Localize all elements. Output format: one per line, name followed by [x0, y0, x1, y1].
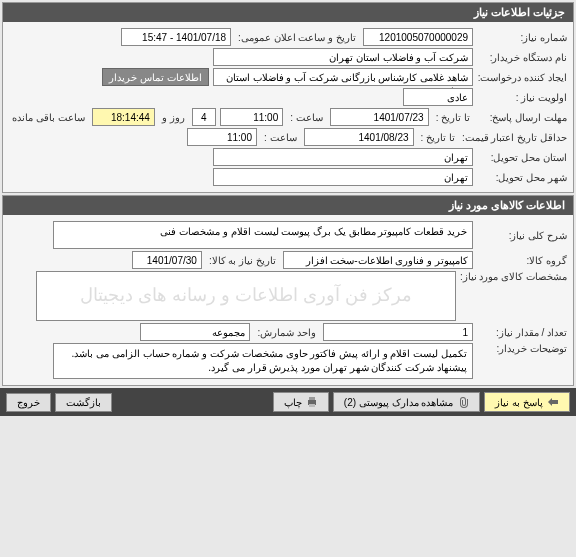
announce-field: 1401/07/18 - 15:47	[121, 28, 231, 46]
group-label: گروه کالا:	[477, 255, 567, 266]
reply-label: پاسخ به نیاز	[495, 397, 543, 408]
panel2-header: اطلاعات کالاهای مورد نیاز	[3, 196, 573, 215]
time-label-2: ساعت :	[261, 132, 300, 143]
unit-field: مجموعه	[140, 323, 250, 341]
spec-label: مشخصات کالای مورد نیاز:	[460, 271, 567, 282]
exit-button[interactable]: خروج	[6, 393, 51, 412]
svg-rect-1	[309, 397, 315, 400]
requester-label: ایجاد کننده درخواست:	[477, 72, 567, 83]
reqnum-field: 1201005070000029	[363, 28, 473, 46]
spec-field: مرکز فن آوری اطلاعات و رسانه های دیجیتال	[36, 271, 456, 321]
days-field: 4	[192, 108, 216, 126]
back-button[interactable]: بازگشت	[55, 393, 112, 412]
notes-label: توضیحات خریدار:	[477, 343, 567, 354]
minvalid-date-field: 1401/08/23	[304, 128, 414, 146]
unit-label: واحد شمارش:	[254, 327, 319, 338]
attachments-label: مشاهده مدارک پیوستی (2)	[344, 397, 454, 408]
print-icon	[306, 396, 318, 408]
svg-rect-2	[309, 404, 315, 407]
province-field: تهران	[213, 148, 473, 166]
need-date-label: تاریخ نیاز به کالا:	[206, 255, 279, 266]
need-date-field: 1401/07/30	[132, 251, 202, 269]
panel1-body: شماره نیاز: 1201005070000029 تاریخ و ساع…	[3, 22, 573, 192]
attachments-button[interactable]: مشاهده مدارک پیوستی (2)	[333, 392, 481, 412]
buyer-field: شرکت آب و فاضلاب استان تهران	[213, 48, 473, 66]
reply-button[interactable]: پاسخ به نیاز	[484, 392, 570, 412]
remaining-label: ساعت باقی مانده	[9, 112, 88, 123]
notes-field: تکمیل لیست اقلام و ارائه پیش فاکتور حاوی…	[53, 343, 473, 379]
deadline-label: مهلت ارسال پاسخ:	[477, 112, 567, 123]
to-date-label-1: تا تاریخ :	[433, 112, 473, 123]
goods-info-panel: اطلاعات کالاهای مورد نیاز شرح کلی نیاز: …	[2, 195, 574, 386]
days-label: روز و	[159, 112, 188, 123]
deadline-time-field: 11:00	[220, 108, 283, 126]
city-label: شهر محل تحویل:	[477, 172, 567, 183]
province-label: استان محل تحویل:	[477, 152, 567, 163]
print-label: چاپ	[284, 397, 302, 408]
priority-label: اولویت نیاز :	[477, 92, 567, 103]
watermark-text: مرکز فن آوری اطلاعات و رسانه های دیجیتال	[37, 272, 455, 318]
panel1-header: جزئیات اطلاعات نیاز	[3, 3, 573, 22]
minvalid-label: حداقل تاریخ اعتبار قیمت:	[462, 132, 567, 143]
deadline-date-field: 1401/07/23	[330, 108, 429, 126]
qty-label: تعداد / مقدار نیاز:	[477, 327, 567, 338]
reply-icon	[547, 396, 559, 408]
qty-field: 1	[323, 323, 473, 341]
reqnum-label: شماره نیاز:	[477, 32, 567, 43]
buyer-label: نام دستگاه خریدار:	[477, 52, 567, 63]
minvalid-time-field: 11:00	[187, 128, 257, 146]
to-date-label-2: تا تاریخ :	[418, 132, 458, 143]
desc-field: خرید قطعات کامپیوتر مطابق یک برگ پیوست ل…	[53, 221, 473, 249]
time-label-1: ساعت :	[287, 112, 326, 123]
need-details-panel: جزئیات اطلاعات نیاز شماره نیاز: 12010050…	[2, 2, 574, 193]
announce-label: تاریخ و ساعت اعلان عمومی:	[235, 32, 359, 43]
print-button[interactable]: چاپ	[273, 392, 329, 412]
footer-bar: پاسخ به نیاز مشاهده مدارک پیوستی (2) چاپ…	[0, 388, 576, 416]
priority-field: عادی	[403, 88, 473, 106]
countdown-field: 18:14:44	[92, 108, 155, 126]
desc-label: شرح کلی نیاز:	[477, 230, 567, 241]
exit-label: خروج	[17, 397, 40, 408]
contact-buyer-button[interactable]: اطلاعات تماس خریدار	[102, 68, 209, 86]
back-label: بازگشت	[66, 397, 101, 408]
attachment-icon	[457, 396, 469, 408]
group-field: کامپیوتر و فناوری اطلاعات-سخت افزار	[283, 251, 473, 269]
requester-field: شاهد غلامی کارشناس بازرگانی شرکت آب و فا…	[213, 68, 473, 86]
city-field: تهران	[213, 168, 473, 186]
panel2-body: شرح کلی نیاز: خرید قطعات کامپیوتر مطابق …	[3, 215, 573, 385]
